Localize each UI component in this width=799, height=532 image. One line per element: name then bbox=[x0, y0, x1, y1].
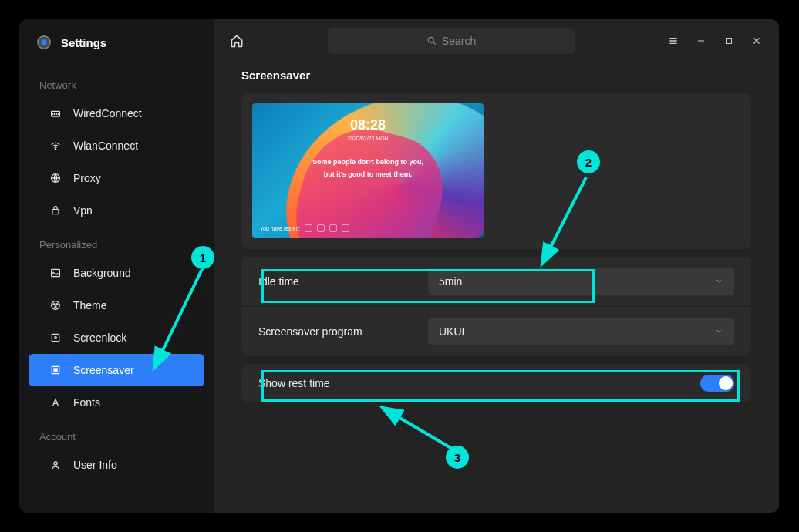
sidebar-item-proxy[interactable]: Proxy bbox=[29, 162, 204, 194]
close-button[interactable] bbox=[750, 34, 764, 48]
screensaver-rest-panel: Show rest time bbox=[241, 364, 751, 402]
program-select[interactable]: UKUI bbox=[428, 318, 734, 345]
sidebar-item-userinfo[interactable]: User Info bbox=[29, 449, 204, 481]
search-input[interactable]: Search bbox=[328, 28, 575, 54]
program-label: Screensaver program bbox=[258, 325, 428, 338]
sidebar-item-theme[interactable]: Theme bbox=[29, 289, 204, 322]
section-title: Screensaver bbox=[241, 69, 751, 82]
sidebar-header: Settings bbox=[19, 33, 214, 67]
setting-show-rest-time: Show rest time bbox=[241, 364, 751, 402]
sidebar-item-vpn[interactable]: Vpn bbox=[29, 194, 204, 227]
user-icon bbox=[49, 458, 62, 472]
setting-screensaver-program: Screensaver program UKUI bbox=[241, 306, 751, 356]
sidebar: Settings Network WiredConnect WlanConnec… bbox=[19, 19, 214, 513]
svg-rect-11 bbox=[52, 334, 59, 341]
preview-footer: You have rested: bbox=[260, 224, 349, 232]
sidebar-item-label: Proxy bbox=[73, 172, 101, 184]
sidebar-item-label: Background bbox=[73, 267, 131, 279]
svg-rect-14 bbox=[54, 369, 57, 372]
sidebar-item-label: Screensaver bbox=[73, 364, 134, 376]
svg-point-8 bbox=[53, 304, 55, 305]
annotation-badge-2: 2 bbox=[577, 150, 600, 173]
annotation-badge-3: 3 bbox=[446, 446, 469, 469]
screensaver-settings-panel: Idle time 5min Screensaver program UKUI bbox=[241, 257, 751, 356]
sidebar-item-label: WlanConnect bbox=[73, 140, 138, 152]
settings-app-icon bbox=[35, 33, 53, 52]
svg-point-12 bbox=[55, 337, 57, 339]
sidebar-item-label: Theme bbox=[73, 299, 107, 311]
rest-time-label: Show rest time bbox=[258, 377, 428, 389]
svg-point-7 bbox=[52, 301, 60, 310]
svg-rect-5 bbox=[52, 210, 59, 214]
chevron-down-icon bbox=[714, 275, 723, 288]
svg-point-16 bbox=[428, 37, 433, 42]
home-button[interactable] bbox=[224, 29, 249, 53]
svg-rect-17 bbox=[727, 39, 732, 44]
preview-quote-1: Some people don't belong to you, bbox=[252, 158, 484, 166]
wifi-icon bbox=[49, 139, 62, 153]
window-controls bbox=[666, 34, 768, 48]
preview-date: 2020/02/23 MON bbox=[252, 136, 484, 141]
menu-button[interactable] bbox=[666, 34, 680, 48]
screensaver-icon bbox=[49, 363, 62, 377]
minimize-button[interactable] bbox=[694, 34, 708, 48]
screensaver-preview-panel: 08:28 2020/02/23 MON Some people don't b… bbox=[241, 93, 751, 249]
annotation-badge-1: 1 bbox=[191, 246, 214, 269]
preview-quote-2: but it's good to meet them. bbox=[252, 170, 484, 178]
app-title: Settings bbox=[61, 36, 106, 49]
home-icon bbox=[229, 33, 244, 49]
program-value: UKUI bbox=[439, 325, 464, 338]
chevron-down-icon bbox=[714, 325, 723, 338]
content: Screensaver 08:28 2020/02/23 MON Some pe… bbox=[214, 62, 779, 513]
sidebar-item-screenlock[interactable]: Screenlock bbox=[29, 322, 204, 354]
search-placeholder: Search bbox=[442, 35, 476, 47]
svg-point-3 bbox=[55, 149, 56, 150]
sidebar-item-label: Vpn bbox=[73, 204, 93, 217]
svg-point-10 bbox=[55, 306, 56, 308]
sidebar-item-wiredconnect[interactable]: WiredConnect bbox=[29, 97, 204, 130]
sidebar-item-label: Screenlock bbox=[73, 332, 126, 344]
sidebar-item-label: WiredConnect bbox=[73, 107, 142, 120]
lock-icon bbox=[49, 331, 62, 345]
maximize-button[interactable] bbox=[722, 34, 736, 48]
image-icon bbox=[49, 266, 62, 280]
idle-time-select[interactable]: 5min bbox=[428, 268, 734, 295]
sidebar-group-account: Account bbox=[19, 419, 214, 449]
sidebar-item-label: Fonts bbox=[73, 396, 100, 409]
sidebar-group-network: Network bbox=[19, 67, 214, 97]
idle-time-label: Idle time bbox=[258, 275, 428, 288]
search-icon bbox=[426, 35, 437, 46]
vpn-icon bbox=[49, 204, 62, 217]
fonts-icon bbox=[49, 396, 62, 409]
idle-time-value: 5min bbox=[439, 275, 462, 288]
sidebar-item-background[interactable]: Background bbox=[29, 257, 204, 289]
main-area: Search Screensaver 08:28 2020/02/23 MON bbox=[214, 19, 779, 513]
theme-icon bbox=[49, 298, 62, 312]
sidebar-group-personalized: Personalized bbox=[19, 227, 214, 257]
proxy-icon bbox=[49, 171, 62, 185]
sidebar-item-wlanconnect[interactable]: WlanConnect bbox=[29, 130, 204, 162]
sidebar-item-fonts[interactable]: Fonts bbox=[29, 386, 204, 419]
svg-point-15 bbox=[54, 462, 57, 465]
svg-point-1 bbox=[41, 39, 46, 45]
svg-point-9 bbox=[56, 304, 58, 305]
toggle-knob bbox=[719, 376, 733, 390]
screensaver-preview[interactable]: 08:28 2020/02/23 MON Some people don't b… bbox=[252, 103, 484, 238]
preview-time: 08:28 bbox=[252, 117, 484, 133]
rest-time-toggle[interactable] bbox=[700, 375, 734, 392]
setting-idle-time: Idle time 5min bbox=[241, 257, 751, 306]
ethernet-icon bbox=[49, 106, 62, 120]
topbar: Search bbox=[214, 19, 779, 62]
sidebar-item-screensaver[interactable]: Screensaver bbox=[29, 354, 204, 386]
sidebar-item-label: User Info bbox=[73, 459, 117, 471]
